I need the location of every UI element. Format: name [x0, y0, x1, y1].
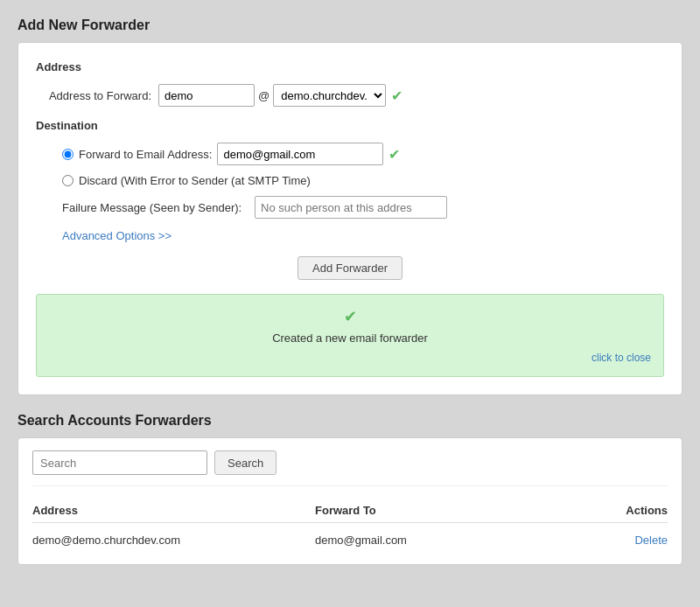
address-input[interactable] — [158, 84, 255, 107]
search-input[interactable] — [32, 450, 207, 475]
domain-select[interactable]: demo.churchdev. — [273, 84, 386, 107]
row-address: demo@demo.churchdev.com — [32, 534, 315, 547]
destination-section-label: Destination — [36, 119, 664, 132]
success-box: ✔ Created a new email forwarder click to… — [36, 294, 664, 377]
at-sign: @ — [258, 89, 270, 102]
add-forwarder-title: Add New Forwarder — [18, 17, 682, 33]
search-section-title: Search Accounts Forwarders — [18, 413, 682, 429]
add-forwarder-button[interactable]: Add Forwarder — [298, 256, 402, 280]
search-row: Search — [32, 450, 668, 486]
failure-message-input[interactable] — [255, 196, 447, 219]
discard-label: Discard (With Error to Sender (at SMTP T… — [79, 174, 311, 187]
address-section-label: Address — [36, 60, 664, 73]
forward-to-email-row: Forward to Email Address: ✔ — [36, 143, 664, 165]
add-forwarder-card: Address Address to Forward: @ demo.churc… — [18, 42, 682, 395]
discard-row: Discard (With Error to Sender (at SMTP T… — [36, 174, 664, 187]
row-actions: Delete — [598, 534, 668, 547]
table-row: demo@demo.churchdev.com demo@gmail.com D… — [32, 528, 668, 552]
forward-to-email-radio[interactable] — [62, 149, 74, 160]
failure-message-row: Failure Message (Seen by Sender): — [36, 196, 664, 219]
add-forwarder-section: Add New Forwarder Address Address to For… — [18, 17, 682, 395]
click-to-close[interactable]: click to close — [49, 352, 651, 364]
search-card: Search Address Forward To Actions demo@d… — [18, 437, 682, 565]
address-to-forward-row: Address to Forward: @ demo.churchdev. ✔ — [36, 84, 664, 107]
destination-section: Destination Forward to Email Address: ✔ … — [36, 119, 664, 219]
table-header: Address Forward To Actions — [32, 499, 668, 523]
email-valid-icon: ✔ — [388, 146, 400, 163]
advanced-options-link[interactable]: Advanced Options >> — [36, 229, 172, 242]
forward-email-input[interactable] — [217, 143, 383, 165]
col-header-address: Address — [32, 504, 315, 517]
success-message: Created a new email forwarder — [49, 331, 651, 345]
failure-message-label: Failure Message (Seen by Sender): — [62, 201, 255, 214]
address-valid-icon: ✔ — [391, 87, 402, 104]
delete-link[interactable]: Delete — [634, 534, 668, 547]
success-icon: ✔ — [49, 307, 651, 326]
forward-to-email-label: Forward to Email Address: — [79, 148, 212, 161]
search-forwarders-section: Search Accounts Forwarders Search Addres… — [18, 413, 682, 565]
address-to-forward-label: Address to Forward: — [36, 89, 158, 102]
row-forward-to: demo@gmail.com — [315, 534, 598, 547]
search-button[interactable]: Search — [214, 450, 276, 475]
col-header-forward-to: Forward To — [315, 504, 598, 517]
col-header-actions: Actions — [598, 504, 668, 517]
discard-radio[interactable] — [62, 175, 74, 186]
